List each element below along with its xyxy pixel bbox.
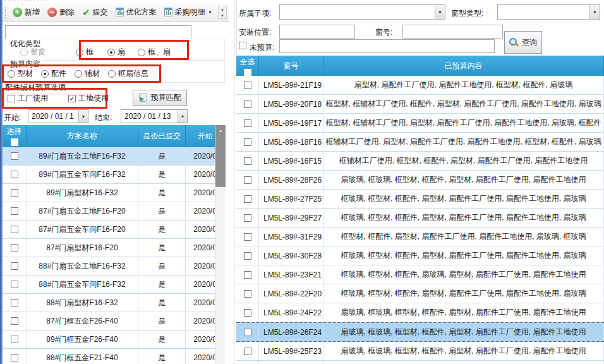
budget-row-checkbox[interactable] xyxy=(244,252,251,260)
purchase-detail-button[interactable]: 采购明细 ▾ xyxy=(160,5,215,20)
checkbox-site-use[interactable]: ✓工地使用 xyxy=(68,93,109,104)
delete-button[interactable]: − 删除 xyxy=(44,5,78,20)
budget-row[interactable]: LM5L-89#-27F25框玻璃, 框型材, 框配件, 扇型材, 扇配件工厂使… xyxy=(236,190,604,209)
plan-row[interactable]: 87#门框五金F26-F40是2020/0 xyxy=(3,312,225,331)
scroll-up-icon[interactable]: ▲ xyxy=(215,125,226,135)
plan-row-checkbox[interactable] xyxy=(11,281,18,288)
window-type-dropdown-icon[interactable]: ▼ xyxy=(589,5,600,19)
budget-row-checkbox[interactable] xyxy=(244,100,251,108)
plan-row[interactable]: 89#门扇五金工地F16-F32是2020/0 xyxy=(3,147,225,166)
sub-item-dropdown-icon[interactable]: ▼ xyxy=(435,5,445,19)
budget-row-checkbox[interactable] xyxy=(244,233,251,241)
scrollbar-thumb[interactable] xyxy=(215,135,226,187)
plan-row-checkbox[interactable] xyxy=(11,207,18,215)
radio-frame-sash[interactable]: 框、扇 xyxy=(138,47,171,58)
budget-row[interactable]: LM5L-89#-25F23扇玻璃, 框玻璃, 框型材, 框配件, 扇型材, 扇… xyxy=(236,342,604,361)
budget-row-checkbox[interactable] xyxy=(244,119,251,127)
budget-row[interactable]: LM5L-89#-24F22扇玻璃, 框玻璃, 框型材, 框配件, 扇型材, 扇… xyxy=(236,303,604,322)
plan-row-checkbox[interactable] xyxy=(11,336,18,343)
plan-row[interactable]: 88#门框五金F21-F40是2020/0 xyxy=(3,349,225,364)
start-date-picker[interactable]: 2020 / 01 / 1 ▼ xyxy=(28,109,88,123)
radio-frame-sash-info[interactable]: 框扇信息 xyxy=(108,68,148,79)
submit-button[interactable]: ✔ 提交 xyxy=(78,5,112,20)
window-no-input[interactable] xyxy=(402,25,503,39)
window-type-combobox[interactable]: ▼ xyxy=(497,4,600,20)
plan-row-checkbox[interactable] xyxy=(11,317,18,325)
plan-row-checkbox[interactable] xyxy=(11,171,18,178)
plan-row[interactable]: 87#门扇型材F16-F20是2020/0 xyxy=(3,239,225,257)
budget-row-checkbox[interactable] xyxy=(244,271,251,279)
radio-mark-icon[interactable] xyxy=(8,70,15,78)
plan-row[interactable]: 89#门扇五金车间F16-F32是2020/0 xyxy=(3,166,225,184)
budget-row-checkbox[interactable] xyxy=(244,176,251,184)
budget-row[interactable]: LM5L-89#-16F15框辅材工厂使用, 框型材, 框配件, 扇型材, 扇配… xyxy=(236,152,604,171)
radio-frame[interactable]: 框 xyxy=(76,47,94,58)
budget-row-checkbox[interactable] xyxy=(244,157,251,165)
radio-sash[interactable]: 扇 xyxy=(107,47,125,58)
end-date-dropdown-icon[interactable]: ▼ xyxy=(178,110,187,123)
plan-row[interactable]: 89#门扇型材F16-F32是2020/0 xyxy=(3,184,225,202)
toolbar-grip-icon[interactable] xyxy=(4,6,6,18)
budget-row[interactable]: LM5L-89#-26F24扇玻璃, 框玻璃, 框型材, 框配件, 扇型材, 扇… xyxy=(236,322,604,342)
plan-filter-input[interactable] xyxy=(5,25,191,40)
budget-row-checkbox[interactable] xyxy=(244,214,251,222)
plan-row-checkbox[interactable] xyxy=(11,299,18,306)
budget-row-checkbox[interactable] xyxy=(244,348,251,355)
radio-profile[interactable]: 型材 xyxy=(8,68,33,79)
budget-row[interactable]: LM5L-89#-22F20框玻璃, 框型材, 框配件, 扇型材, 扇配件工厂使… xyxy=(236,284,604,303)
sub-item-combobox[interactable]: ▼ xyxy=(279,4,445,20)
budget-row[interactable]: LM5L-89#-18F16框辅材工厂使用, 扇型材, 扇配件工厂使用, 扇配件… xyxy=(236,133,604,152)
budget-row-checkbox[interactable] xyxy=(244,82,251,89)
select-all-plans-checkbox[interactable] xyxy=(11,138,18,146)
start-date-dropdown-icon[interactable]: ▼ xyxy=(78,110,88,123)
checkbox-mark-icon[interactable] xyxy=(8,95,15,102)
radio-mark-icon[interactable] xyxy=(75,70,82,78)
select-all-windows-checkbox[interactable] xyxy=(244,69,251,76)
budget-row[interactable]: LM5L-89#-20F18框型材, 框辅材工厂使用, 框配件, 扇型材, 扇配… xyxy=(236,95,604,114)
plan-row-checkbox[interactable] xyxy=(11,354,18,361)
plan-row[interactable]: 89#门框五金F26-F40是2020/0 xyxy=(3,331,225,349)
plan-row[interactable]: 88#门扇五金车间F16-F32是2020/0 xyxy=(3,276,225,294)
checkbox-mark-icon[interactable]: ✓ xyxy=(68,95,76,102)
add-button[interactable]: + 新增 xyxy=(9,5,44,20)
plan-row-checkbox[interactable] xyxy=(11,189,18,197)
budget-row[interactable]: LM5L-89#-31F29框型材, 框配件, 扇型材, 扇配件工厂使用, 扇配… xyxy=(236,228,604,246)
budget-row-checkbox[interactable] xyxy=(244,195,251,203)
budget-row[interactable]: LM5L-89#-21F19扇型材, 扇配件工厂使用, 扇配件工地使用, 框型材… xyxy=(236,76,604,95)
budget-row[interactable]: LM5L-89#-19F17框型材, 框辅材工厂使用, 扇型材, 扇配件工厂使用… xyxy=(236,114,604,133)
budget-row-checkbox[interactable] xyxy=(244,309,251,317)
no-budget-checkbox[interactable] xyxy=(239,42,246,49)
plan-row[interactable]: 88#门扇型材F16-F32是2020/0 xyxy=(3,294,225,312)
optimize-plan-button[interactable]: 优化方案 xyxy=(112,5,160,20)
budget-row[interactable]: LM5L-89#-29F27框玻璃, 框型材, 框配件, 扇型材, 扇配件工厂使… xyxy=(236,209,604,228)
query-button[interactable]: 查询 xyxy=(504,31,542,54)
budget-row[interactable]: LM5L-89#-30F28框玻璃, 框型材, 框配件, 扇型材, 扇配件工厂使… xyxy=(236,246,604,265)
plans-scrollbar[interactable]: ▲ xyxy=(215,125,225,364)
budget-row-checkbox[interactable] xyxy=(244,329,251,336)
radio-mark-icon[interactable] xyxy=(76,49,83,56)
plan-row-checkbox[interactable] xyxy=(11,262,18,270)
radio-mark-icon[interactable] xyxy=(41,70,49,78)
radio-mark-icon[interactable] xyxy=(138,49,145,56)
budget-row-checkbox[interactable] xyxy=(244,138,251,146)
budget-row[interactable]: LM5L-89#-23F21框玻璃, 框型材, 框配件, 扇玻璃, 扇型材, 扇… xyxy=(236,265,604,284)
checkbox-factory-use[interactable]: 工厂使用 xyxy=(8,93,48,104)
plan-row-checkbox[interactable] xyxy=(11,226,18,233)
radio-accessory[interactable]: 配件 xyxy=(41,68,66,79)
end-date-picker[interactable]: 2020 / 01 / 13 ▼ xyxy=(121,109,188,123)
budget-row[interactable]: LM5L-89#-28F26扇玻璃, 框玻璃, 框型材, 框配件, 扇型材, 扇… xyxy=(236,171,604,190)
radio-auxiliary[interactable]: 辅材 xyxy=(75,68,100,79)
radio-mark-icon[interactable] xyxy=(108,70,116,78)
radio-mark-icon[interactable] xyxy=(107,49,115,56)
plan-row[interactable]: 88#门扇五金工地F16-F32是2020/0 xyxy=(3,257,225,276)
plan-row[interactable]: 87#门扇五金车间F16-F20是2020/0 xyxy=(3,221,225,239)
plan-row-checkbox[interactable] xyxy=(11,244,18,252)
plan-row[interactable]: 87#门扇五金工地F16-F20是2020/0 xyxy=(3,202,225,221)
chevron-down-icon[interactable]: ▾ xyxy=(209,9,212,15)
no-budget-input[interactable] xyxy=(279,39,495,53)
plan-row-checkbox[interactable] xyxy=(11,152,18,160)
toolbar-overflow-button[interactable]: ▼▼ xyxy=(218,6,227,19)
budget-match-button[interactable]: 预算匹配 xyxy=(133,90,187,106)
install-position-input[interactable] xyxy=(279,25,355,39)
panel-splitter[interactable] xyxy=(234,0,234,364)
